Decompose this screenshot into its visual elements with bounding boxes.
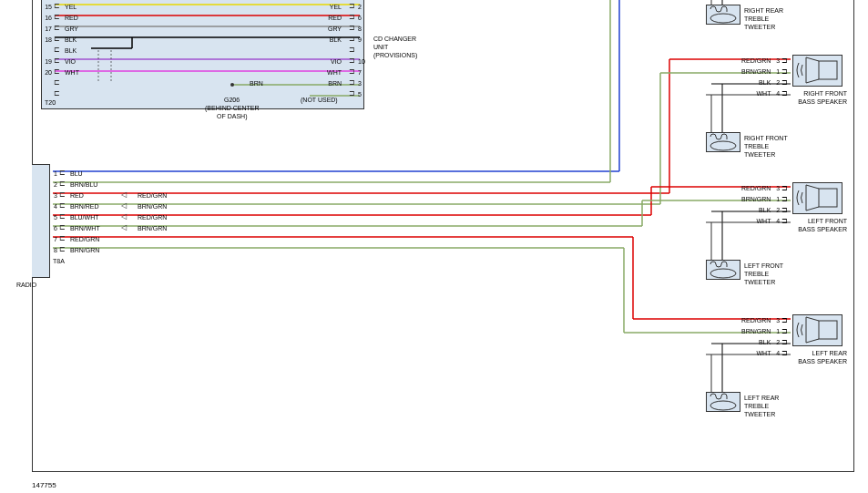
pin-left: 20 [41,69,54,76]
conn-sym: ⊏ [54,46,61,54]
wire-label: BRN/GRN [66,247,99,253]
radio-label: RADIO [16,281,36,289]
conn-sym: ⊏ [59,246,66,253]
conn-sym: ⊏ [54,36,61,43]
wire-label-left: YEL [61,4,77,10]
radio-block [32,164,50,278]
pin-right: 5 [358,91,371,98]
wire-label-2: BRN/GRN [134,225,167,231]
speaker-label: LEFT FRONT BASS SPEAKER [792,217,847,233]
speaker-label: RIGHT FRONT BASS SPEAKER [792,89,847,106]
radio-row: 2⊏BRN/BLU [50,179,232,190]
wire-label-left: BLK [61,47,77,54]
pin-right: 2 [358,4,371,10]
conn-sym: ⊐ [349,68,356,76]
pin-left: 17 [41,26,54,32]
speaker-coil [706,5,740,25]
pin: 8 [50,247,59,253]
diagram-id: 147755 [32,481,56,489]
conn-sym: ⊐ [349,46,356,54]
speaker-label: RIGHT FRONT TREBLE TWEETER [744,134,788,159]
radio-row: 7⊏RED/GRN [50,233,232,244]
pin-right: 7 [358,69,371,76]
conn-ref: T20 [45,98,56,107]
speaker-pin-label: BRN/GRN 1 ⊐ [738,195,788,203]
pin: 5 [50,214,59,221]
wire-label-2: BRN/GRN [134,203,167,210]
cd-changer-label: CD CHANGER UNIT (PROVISIONS) [373,35,417,59]
pin: 6 [50,225,59,231]
speaker-pin-label: WHT 4 ⊐ [738,89,788,98]
conn-sym: ⊏ [54,68,61,76]
pin: 4 [50,203,59,210]
speaker-pin-label: WHT 4 ⊐ [738,349,788,357]
conn-sym: ⊏ [54,14,61,21]
splice-sym: ◁ [121,202,128,210]
conn-sym: ⊏ [54,90,61,98]
radio-row: 1⊏BLU [50,168,232,179]
svg-point-59 [710,269,736,278]
not-used: (NOT USED) [301,96,338,104]
conn-sym: ⊏ [59,213,66,221]
wire-label-2: RED/GRN [134,192,167,199]
wire-label-left: RED [61,15,78,21]
wire-label-right: WHT [323,69,342,76]
pin: 3 [50,192,59,199]
svg-rect-56 [819,61,837,79]
svg-point-57 [710,141,736,150]
speaker-coil [706,132,740,152]
conn-row: ⊏BRNBRN⊐3 [41,77,369,88]
conn-sym: ⊐ [349,3,356,10]
speaker-pin-label: BLK 2 ⊐ [738,78,788,87]
speaker-label: LEFT REAR TREBLE TWEETER [744,394,779,418]
conn-sym: ⊐ [349,36,356,43]
speaker-pin-label: RED/GRN 3 ⊐ [738,56,788,65]
wire-label-2: RED/GRN [134,214,167,221]
splice-sym: ◁ [121,191,128,199]
speaker-label: LEFT FRONT TREBLE TWEETER [744,262,783,286]
pin-left: 18 [41,36,54,43]
speaker-label: RIGHT REAR TREBLE TWEETER [744,6,783,31]
pin-right: 10 [358,58,371,65]
wire-label-right: BLK [326,36,342,43]
wire-label-mid: BRN [246,80,263,87]
svg-point-61 [710,401,736,410]
conn-row: 18⊏BLKBLK⊐9 [41,34,369,45]
conn-sym: ⊏ [59,169,66,177]
conn-sym: ⊏ [59,235,66,242]
svg-point-55 [710,14,736,23]
speaker-pin-label: RED/GRN 3 ⊐ [738,316,788,324]
conn-row: 19⊏VIOVIO⊐10 [41,56,369,67]
wire-label: RED/GRN [66,236,99,242]
conn-sym: ⊏ [54,57,61,65]
wire-label-left: VIO [61,58,76,65]
pin: 1 [50,170,59,177]
pin-right: 3 [358,80,371,87]
speaker-coil [706,392,740,412]
conn-sym: ⊏ [59,202,66,210]
speaker-box [792,314,842,346]
radio-row: 6⊏BRN/WHT◁BRN/GRN [50,222,232,233]
ground-label: G206 [224,96,240,104]
pin-left: 15 [41,4,54,10]
splice-sym: ◁ [121,213,128,221]
wire-label: BLU/WHT [66,214,99,221]
speaker-box [792,55,842,87]
conn-row: 15⊏YELYEL⊐2 [41,1,369,12]
conn-sym: ⊏ [59,191,66,199]
conn-row: 17⊏GRYGRY⊐8 [41,23,369,34]
speaker-pin-label: WHT 4 ⊐ [738,217,788,225]
radio-conn: T8A [53,257,65,265]
conn-sym: ⊏ [54,3,61,10]
wire-label-right: BRN [324,80,342,87]
conn-sym: ⊐ [349,79,356,87]
wire-label: BRN/WHT [66,225,100,231]
radio-row: 5⊏BLU/WHT◁RED/GRN [50,211,232,222]
speaker-box [792,182,842,214]
conn-sym: ⊏ [59,224,66,231]
svg-rect-60 [819,321,837,339]
wire-label-right: YEL [326,4,342,10]
wire-label: RED [66,192,84,199]
speaker-pin-label: BRN/GRN 1 ⊐ [738,67,788,76]
radio-row: 3⊏RED◁RED/GRN [50,190,232,200]
